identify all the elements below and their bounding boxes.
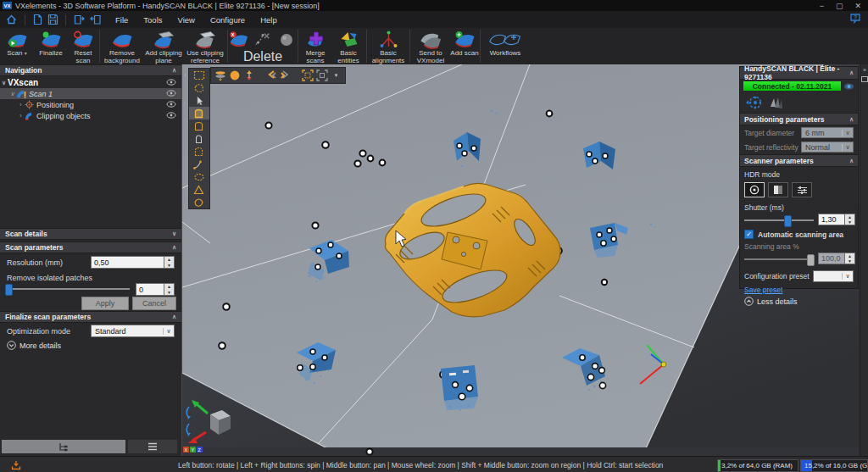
- remove-background-button[interactable]: Remove background: [101, 28, 143, 64]
- list-view-tab[interactable]: [128, 440, 177, 453]
- save-session-icon[interactable]: [47, 14, 58, 25]
- visibility-eye-icon[interactable]: [166, 101, 176, 109]
- lasso-selection-icon[interactable]: [189, 81, 209, 94]
- save-preset-link[interactable]: Save preset: [740, 284, 858, 294]
- triangle-selection-icon[interactable]: [189, 183, 209, 196]
- flip-normals-icon[interactable]: [242, 69, 255, 82]
- optimization-mode-select[interactable]: Standard∨: [91, 325, 175, 337]
- scan-details-header[interactable]: Scan details∨: [0, 228, 181, 240]
- panel-collapse-chevron[interactable]: ‹: [182, 68, 188, 81]
- expand-panel-chevron[interactable]: »: [860, 64, 868, 73]
- target-reflectivity-select[interactable]: Normal∨: [801, 142, 854, 153]
- navigation-header[interactable]: Navigation∧: [0, 64, 181, 76]
- workflows-button[interactable]: Workflows: [481, 28, 529, 64]
- view-options-caret-icon[interactable]: ▾: [330, 69, 342, 82]
- basic-alignments-button[interactable]: Basic alignments: [368, 28, 409, 64]
- scanner-eye-icon[interactable]: [843, 82, 854, 91]
- positioning-targets-icon[interactable]: [745, 95, 762, 110]
- export-session-icon[interactable]: [90, 14, 103, 25]
- visibility-eye-icon[interactable]: [166, 90, 176, 98]
- send-to-vxmodel-button[interactable]: Send to VXmodel: [411, 28, 450, 64]
- apply-button[interactable]: Apply: [81, 297, 129, 310]
- cancel-button[interactable]: Cancel: [132, 297, 176, 310]
- hdr-custom-button[interactable]: [792, 182, 812, 197]
- scanner-panel-header[interactable]: HandySCAN BLACK | Elite - 9271136∧: [740, 67, 858, 80]
- finalize-button[interactable]: Finalize: [34, 28, 68, 64]
- less-details-icon: [744, 297, 754, 306]
- scanning-area-spinner[interactable]: ▲▼: [844, 253, 855, 264]
- isolated-patches-field[interactable]: 0 ▲▼: [136, 283, 175, 296]
- scan-parameters-header[interactable]: Scan parameters∧: [0, 242, 181, 253]
- menu-file[interactable]: File: [108, 15, 136, 25]
- import-session-icon[interactable]: [73, 14, 86, 25]
- less-details-toggle[interactable]: Less details: [740, 294, 858, 306]
- merge-scans-button[interactable]: Merge scans: [299, 28, 331, 64]
- visibility-eye-icon[interactable]: [166, 112, 176, 120]
- round-brush-selection-icon[interactable]: [189, 132, 209, 145]
- delete-scan-button[interactable]: x: [229, 31, 249, 49]
- menu-configure[interactable]: Configure: [203, 15, 253, 25]
- basic-entities-button[interactable]: Basic entities: [331, 28, 365, 64]
- resolution-spinner[interactable]: ▲▼: [164, 256, 175, 269]
- tree-item-scan1[interactable]: ∨ Scan 1: [0, 88, 181, 99]
- shutter-field[interactable]: 1,30 ▲▼: [818, 214, 855, 225]
- sphere-view-icon[interactable]: [228, 69, 241, 82]
- delete-positioning-targets-button[interactable]: [253, 31, 273, 49]
- scan-button[interactable]: Scan ▾: [0, 28, 34, 64]
- use-clipping-reference-button[interactable]: Use clipping reference: [184, 28, 226, 64]
- rotate-view-left-icon[interactable]: [264, 69, 277, 82]
- tree-item-clipping-objects[interactable]: › Clipping objects: [0, 110, 181, 121]
- tree-item-positioning[interactable]: › Positioning: [0, 99, 181, 110]
- add-clipping-plane-button[interactable]: Add clipping plane: [143, 28, 184, 64]
- freeform-selection-icon[interactable]: [189, 196, 209, 208]
- hdr-single-shutter-button[interactable]: [744, 182, 765, 197]
- more-details-toggle[interactable]: More details: [7, 341, 61, 350]
- rect-brush-selection-icon-active[interactable]: [189, 107, 209, 119]
- minimize-button[interactable]: −: [820, 2, 824, 10]
- isolated-patches-spinner[interactable]: ▲▼: [164, 283, 175, 296]
- circle-selection-icon[interactable]: [189, 145, 209, 158]
- session-tray-icon[interactable]: [11, 460, 21, 470]
- zoom-fit-icon[interactable]: [315, 69, 328, 82]
- visibility-eye-icon[interactable]: [166, 78, 176, 87]
- help-panel-icon[interactable]: ?: [849, 13, 861, 24]
- scan-icon: [16, 90, 26, 98]
- ellipse-selection-icon[interactable]: [189, 170, 209, 183]
- curve-selection-icon[interactable]: [189, 158, 209, 170]
- configuration-preset-select[interactable]: ∨: [813, 270, 854, 282]
- automatic-scanning-area-row[interactable]: ✓ Automatic scanning area: [740, 227, 858, 240]
- add-scan-button[interactable]: Add scan: [450, 28, 479, 64]
- menu-tools[interactable]: Tools: [136, 15, 170, 25]
- pointer-tool-icon[interactable]: [189, 94, 209, 107]
- target-diameter-select[interactable]: 6 mm∨: [801, 127, 854, 138]
- home-icon[interactable]: [5, 14, 18, 25]
- more-details-icon: [7, 341, 16, 350]
- menu-help[interactable]: Help: [253, 15, 285, 25]
- automatic-scanning-area-checkbox[interactable]: ✓: [744, 230, 754, 239]
- tree-item-vxscan[interactable]: ∨ VXscan: [0, 77, 181, 88]
- close-button[interactable]: ✕: [854, 2, 861, 10]
- restore-button[interactable]: ▢: [836, 2, 843, 10]
- new-session-icon[interactable]: [32, 14, 43, 25]
- zoom-region-icon[interactable]: [301, 69, 314, 82]
- hdr-dual-shutter-button[interactable]: [768, 182, 788, 197]
- isolated-patches-slider[interactable]: [5, 284, 130, 294]
- tree-view-tab[interactable]: [2, 440, 125, 453]
- dock-panel-icon[interactable]: [860, 73, 868, 83]
- resolution-field[interactable]: 0,50 ▲▼: [91, 256, 175, 269]
- rotate-view-right-icon[interactable]: [279, 69, 292, 82]
- delete-entity-button[interactable]: [276, 31, 297, 49]
- rectangle-selection-icon[interactable]: [189, 69, 209, 81]
- flip-surfaces-icon[interactable]: [214, 69, 226, 82]
- surface-scan-icon[interactable]: [769, 96, 784, 110]
- scanner-parameters-header[interactable]: Scanner parameters∧: [740, 154, 858, 167]
- scanning-area-slider[interactable]: [744, 254, 814, 264]
- finalize-parameters-header[interactable]: Finalize scan parameters∧: [0, 311, 181, 323]
- shutter-spinner[interactable]: ▲▼: [844, 214, 855, 225]
- menu-view[interactable]: View: [170, 15, 203, 25]
- reset-scan-button[interactable]: Reset scan: [68, 28, 98, 64]
- positioning-parameters-header[interactable]: Positioning parameters∧: [740, 113, 858, 125]
- scanning-area-field[interactable]: 100,0 ▲▼: [818, 253, 855, 264]
- shutter-slider[interactable]: [744, 215, 814, 225]
- rect-brush-selection-icon[interactable]: [189, 119, 209, 132]
